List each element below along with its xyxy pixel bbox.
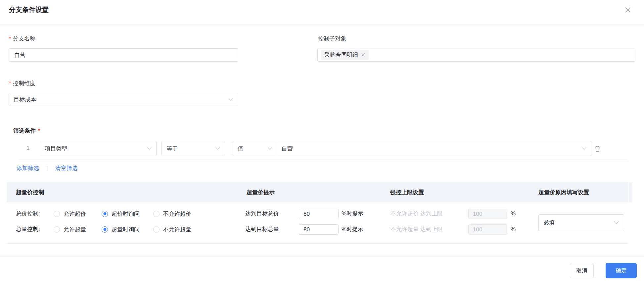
total-qty-row-label: 总量控制: [16, 224, 40, 234]
radio-ask-on-overqty[interactable]: 超量时询问 [102, 224, 140, 234]
radio-allow-overqty[interactable]: 允许超量 [54, 224, 86, 234]
header-gutter-divider [628, 182, 629, 202]
qty-limit-suffix: % [511, 224, 516, 234]
radio-icon[interactable] [153, 226, 160, 233]
footer-divider [0, 256, 644, 256]
header-hard-limit: 强控上限设置 [390, 182, 424, 202]
qty-limit-input [468, 224, 507, 235]
delete-filter-icon[interactable] [594, 145, 601, 152]
qty-hint-prefix: 达到目标总量 [245, 224, 279, 234]
table-bottom-divider [7, 243, 628, 244]
chevron-down-icon [215, 147, 220, 150]
filter-links: 添加筛选 | 清空筛选 [17, 164, 77, 172]
cancel-button[interactable]: 取消 [570, 263, 594, 278]
branch-name-label: * 分支名称 [9, 35, 35, 42]
qty-limit-text: 不允许超量 达到上限 [391, 224, 443, 234]
radio-icon[interactable] [153, 211, 160, 217]
dialog-title: 分支条件设置 [9, 5, 49, 14]
radio-icon[interactable] [102, 211, 108, 217]
required-mark: * [38, 127, 40, 135]
control-dimension-label: * 控制维度 [9, 80, 35, 87]
tag-remove-icon[interactable] [361, 53, 365, 57]
clear-filter-link[interactable]: 清空筛选 [55, 164, 77, 172]
branch-condition-dialog: 分支条件设置 * 分支名称 控制子对象 采购合同明细 * 控制维度 目标成本 筛… [0, 0, 644, 283]
chevron-down-icon [582, 147, 586, 150]
confirm-button[interactable]: 确定 [606, 263, 637, 278]
filter-value-type-select[interactable]: 值 [233, 141, 277, 156]
price-hint-suffix: %时提示 [342, 209, 363, 219]
filter-value-group: 值 自营 [233, 141, 591, 156]
radio-icon[interactable] [102, 226, 108, 233]
price-hint-prefix: 达到目标总价 [245, 209, 279, 219]
filter-divider [18, 161, 628, 161]
radio-icon[interactable] [54, 211, 60, 217]
control-dimension-select[interactable]: 目标成本 [9, 93, 238, 106]
control-sub-object-input[interactable]: 采购合同明细 [317, 48, 635, 62]
chevron-down-icon [268, 147, 272, 150]
filter-row-index: 1 [26, 145, 29, 151]
price-limit-text: 不允许超价 达到上限 [391, 209, 443, 219]
price-limit-input [468, 209, 507, 219]
radio-icon[interactable] [54, 226, 60, 233]
filter-field-select[interactable]: 项目类型 [40, 141, 157, 156]
radio-forbid-overprice[interactable]: 不允许超价 [153, 209, 191, 219]
close-icon[interactable] [623, 6, 632, 14]
filter-section-label: 筛选条件 * [13, 127, 40, 135]
required-mark: * [9, 80, 11, 87]
reason-required-select[interactable]: 必填 [538, 214, 624, 231]
header-divider [0, 25, 644, 25]
filter-value-select[interactable]: 自营 [277, 141, 591, 156]
branch-name-input[interactable] [9, 48, 238, 62]
link-separator: | [46, 165, 48, 172]
add-filter-link[interactable]: 添加筛选 [17, 164, 39, 172]
price-limit-suffix: % [511, 209, 516, 219]
selected-tag: 采购合同明细 [321, 50, 369, 60]
chevron-down-icon [228, 98, 233, 101]
header-reason-setting: 超量价原因填写设置 [538, 182, 589, 202]
qty-hint-percent-input[interactable] [299, 224, 339, 235]
chevron-down-icon [614, 221, 619, 224]
total-price-row-label: 总价控制: [16, 209, 40, 219]
filter-operator-select[interactable]: 等于 [161, 141, 225, 156]
radio-forbid-overqty[interactable]: 不允许超量 [153, 224, 191, 234]
radio-ask-on-overprice[interactable]: 超价时询问 [102, 209, 140, 219]
chevron-down-icon [147, 147, 152, 150]
header-overprice-hint: 超量价提示 [247, 182, 275, 202]
control-sub-object-label: 控制子对象 [318, 35, 346, 42]
required-mark: * [9, 35, 11, 42]
radio-allow-overprice[interactable]: 允许超价 [54, 209, 86, 219]
header-overprice-control: 超量价控制 [16, 182, 44, 202]
price-hint-percent-input[interactable] [299, 209, 339, 219]
qty-hint-suffix: %时提示 [342, 224, 363, 234]
